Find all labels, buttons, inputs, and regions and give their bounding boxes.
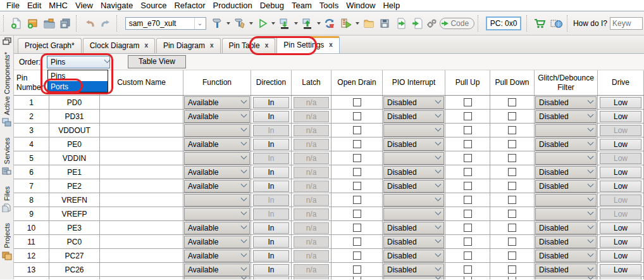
apply-changes-finish-button[interactable]: [410, 15, 425, 32]
pull-down-checkbox[interactable]: [508, 277, 516, 279]
open-drain-checkbox[interactable]: [353, 277, 361, 279]
program-device-dropdown-caret[interactable]: [317, 22, 321, 25]
glitch-filter-dropdown[interactable]: [535, 277, 597, 279]
order-combobox[interactable]: Pins: [47, 56, 110, 68]
save-all-button[interactable]: [58, 15, 73, 32]
direction-button[interactable]: In: [253, 139, 289, 150]
pio-interrupt-dropdown[interactable]: Disabled: [383, 110, 444, 123]
make-program-button[interactable]: [277, 15, 292, 32]
glitch-filter-dropdown[interactable]: [535, 124, 597, 137]
pull-up-checkbox[interactable]: [464, 196, 472, 204]
custom-name-cell[interactable]: [100, 263, 183, 276]
open-drain-checkbox[interactable]: [353, 224, 361, 232]
custom-name-cell[interactable]: [100, 277, 183, 279]
drive-button[interactable]: Low: [600, 111, 641, 122]
tab-close-icon[interactable]: x: [210, 42, 214, 49]
function-dropdown[interactable]: Available: [184, 222, 250, 234]
project-selector[interactable]: sam_e70_xult ⌄: [125, 17, 206, 30]
open-drain-checkbox[interactable]: [353, 210, 361, 218]
custom-name-cell[interactable]: [100, 207, 183, 220]
order-option-ports[interactable]: Ports: [48, 81, 108, 92]
program-device-button[interactable]: [300, 15, 315, 32]
pull-down-checkbox[interactable]: [508, 265, 516, 274]
glitch-filter-dropdown[interactable]: Disabled: [535, 264, 597, 276]
pull-up-checkbox[interactable]: [464, 277, 472, 279]
function-dropdown[interactable]: [184, 208, 250, 220]
function-dropdown[interactable]: Available: [184, 180, 250, 193]
window-restore-icon[interactable]: [3, 37, 11, 47]
undo-button[interactable]: [82, 15, 97, 32]
pull-up-checkbox[interactable]: [464, 265, 472, 274]
menu-item-file[interactable]: File: [3, 1, 23, 10]
new-project-button[interactable]: [25, 15, 40, 32]
custom-name-cell[interactable]: [100, 137, 183, 151]
glitch-filter-dropdown[interactable]: Disabled: [535, 138, 597, 151]
function-dropdown[interactable]: Available: [184, 166, 250, 179]
pull-down-checkbox[interactable]: [508, 238, 516, 246]
pio-interrupt-dropdown[interactable]: [383, 124, 444, 137]
pull-up-checkbox[interactable]: [464, 140, 472, 148]
glitch-filter-dropdown[interactable]: [535, 152, 597, 165]
drive-button[interactable]: [600, 277, 641, 279]
run-button[interactable]: [255, 15, 270, 32]
menu-item-tools[interactable]: Tools: [316, 1, 342, 10]
pio-interrupt-dropdown[interactable]: Disabled: [383, 222, 444, 234]
debug-button[interactable]: [338, 15, 354, 32]
drive-button[interactable]: Low: [600, 167, 641, 178]
tab-close-icon[interactable]: x: [329, 42, 333, 48]
tab-project-graph-[interactable]: Project Graph*: [18, 38, 82, 53]
build-dropdown-caret[interactable]: [226, 22, 230, 25]
open-drain-checkbox[interactable]: [353, 265, 361, 274]
drive-button[interactable]: Low: [600, 264, 641, 276]
drive-button[interactable]: Low: [600, 236, 641, 248]
pull-down-checkbox[interactable]: [508, 140, 516, 148]
direction-button[interactable]: In: [253, 222, 289, 234]
build-button[interactable]: [210, 15, 225, 32]
refresh-debug-button[interactable]: [323, 15, 338, 32]
pio-interrupt-dropdown[interactable]: Disabled: [383, 236, 444, 248]
pull-down-checkbox[interactable]: [508, 154, 516, 162]
menu-item-source[interactable]: Source: [137, 1, 170, 10]
direction-button[interactable]: In: [253, 250, 289, 262]
function-dropdown[interactable]: [184, 152, 250, 165]
pio-interrupt-dropdown[interactable]: Disabled: [383, 166, 444, 179]
function-dropdown[interactable]: Available: [184, 138, 250, 151]
sidebar-item-projects[interactable]: Projects: [2, 223, 12, 262]
pull-up-checkbox[interactable]: [464, 98, 472, 106]
pio-interrupt-dropdown[interactable]: [383, 152, 444, 165]
pio-interrupt-dropdown[interactable]: [383, 277, 444, 279]
open-drain-checkbox[interactable]: [353, 196, 361, 204]
pull-up-checkbox[interactable]: [464, 210, 472, 218]
tab-close-icon[interactable]: x: [144, 42, 148, 49]
menu-item-edit[interactable]: Edit: [23, 1, 45, 10]
pull-up-checkbox[interactable]: [464, 238, 472, 246]
pio-interrupt-dropdown[interactable]: Disabled: [383, 250, 444, 262]
menu-item-window[interactable]: Window: [342, 1, 379, 10]
clean-build-button[interactable]: [232, 15, 247, 32]
pull-up-checkbox[interactable]: [464, 224, 472, 232]
drive-button[interactable]: Low: [600, 97, 641, 108]
pio-interrupt-dropdown[interactable]: Disabled: [383, 138, 444, 151]
drive-button[interactable]: Low: [600, 250, 641, 262]
pull-down-checkbox[interactable]: [508, 182, 516, 190]
open-drain-checkbox[interactable]: [353, 154, 361, 162]
embedded-store-button[interactable]: [533, 15, 548, 32]
pull-up-checkbox[interactable]: [464, 182, 472, 190]
function-dropdown[interactable]: Available: [184, 110, 250, 123]
make-program-dropdown-caret[interactable]: [294, 22, 298, 25]
open-drain-checkbox[interactable]: [353, 168, 361, 176]
menu-item-team[interactable]: Team: [288, 1, 316, 10]
glitch-filter-dropdown[interactable]: Disabled: [535, 236, 597, 248]
pull-down-checkbox[interactable]: [508, 112, 516, 120]
drive-button[interactable]: Low: [600, 153, 641, 164]
tab-pin-diagram[interactable]: Pin Diagramx: [156, 38, 221, 53]
custom-name-cell[interactable]: [100, 221, 183, 234]
device-resource-button[interactable]: [549, 15, 564, 32]
custom-name-cell[interactable]: [100, 249, 183, 262]
drive-button[interactable]: Low: [600, 125, 641, 136]
pull-down-checkbox[interactable]: [508, 196, 516, 204]
redo-button[interactable]: [98, 15, 113, 32]
tab-clock-diagram[interactable]: Clock Diagramx: [83, 38, 155, 53]
menu-item-navigate[interactable]: Navigate: [97, 1, 137, 10]
drive-button[interactable]: Low: [600, 194, 641, 206]
